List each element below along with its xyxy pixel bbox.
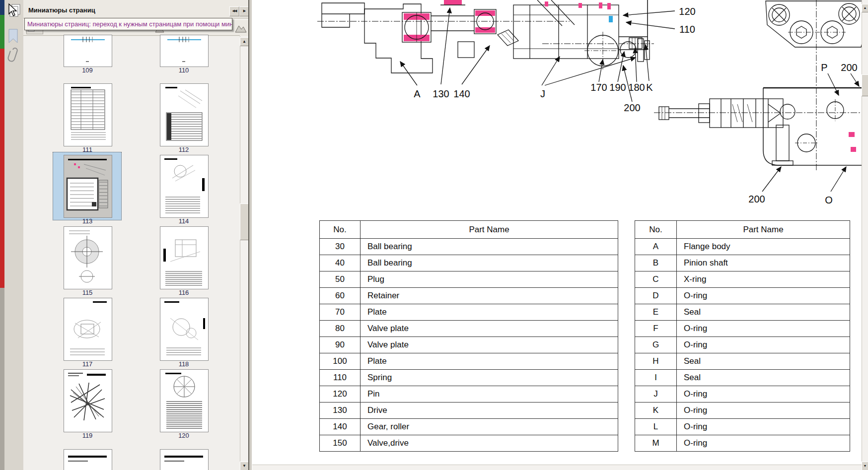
thumbnail-page-116[interactable]: [160, 226, 209, 289]
horizontal-scrollbar[interactable]: [252, 465, 862, 470]
bookmarks-icon[interactable]: [7, 29, 22, 44]
thumbnail-page-number: 111: [64, 146, 111, 153]
label-190: 190: [609, 82, 626, 93]
part-name: Plate: [361, 353, 618, 370]
parts-table-left: No.Part Name30Ball bearing40Ball bearing…: [319, 220, 618, 452]
part-no: 90: [320, 337, 361, 353]
thumbnail-page-109[interactable]: [64, 35, 112, 67]
panel-scrollbar[interactable]: [240, 36, 249, 470]
thumbnail-page-number: 119: [64, 432, 111, 439]
part-no: 50: [320, 271, 361, 288]
table-row: 80Valve plate: [320, 321, 618, 337]
thumbnail-page-partial[interactable]: [64, 449, 112, 470]
label-200-bottom: 200: [748, 194, 765, 204]
thumbnail-page-113[interactable]: [64, 155, 112, 218]
part-no: B: [635, 255, 677, 271]
label-A: A: [414, 88, 421, 99]
part-name: O-ring: [677, 386, 850, 403]
expand-panel-button[interactable]: ▶: [239, 6, 249, 16]
strip-navy-segment: [0, 0, 4, 15]
part-name: Retainer: [361, 288, 618, 304]
thumbnail-page-119[interactable]: [64, 369, 112, 432]
thumbnail-page-number: 109: [64, 67, 111, 74]
table-row: JO-ring: [635, 386, 850, 403]
label-140: 140: [453, 88, 470, 99]
parts-table-right: No.Part NameAFlange bodyBPinion shaftCX-…: [635, 220, 850, 452]
part-name: Seal: [677, 370, 850, 386]
thumbnail-page-partial[interactable]: [160, 449, 209, 470]
strip-red-segment: [0, 49, 4, 288]
table-row: 150Valve,drive: [320, 435, 618, 452]
label-200-valve: 200: [841, 62, 857, 73]
thumbnail-page-112[interactable]: [160, 83, 209, 146]
thumbnail-page-117[interactable]: [64, 298, 112, 361]
thumbnail-page-number: 116: [160, 289, 208, 296]
part-name: O-ring: [677, 288, 850, 304]
navigation-icon-bar: [4, 0, 24, 470]
column-header-no: No.: [320, 221, 361, 239]
part-no: 110: [320, 370, 361, 386]
thumbnail-page-111[interactable]: [64, 83, 112, 146]
thumbnail-page-115[interactable]: [64, 226, 112, 289]
part-no: M: [635, 435, 677, 452]
diagram-labels: 120 110 A 130 140 J 170 190 180 K 200 P …: [414, 6, 868, 205]
table-row: 50Plug: [320, 271, 618, 288]
doc-scrollbar-thumb[interactable]: [862, 74, 868, 96]
part-name: O-ring: [677, 337, 850, 353]
thumbnail-page-114[interactable]: [160, 155, 209, 218]
desktop-edge-strip: [0, 0, 4, 470]
part-no: H: [635, 353, 677, 370]
column-header-part-name: Part Name: [361, 221, 618, 239]
table-row: 110Spring: [320, 370, 618, 386]
attachments-paperclip-icon[interactable]: [7, 48, 22, 63]
table-row: LO-ring: [635, 419, 850, 435]
part-no: G: [635, 337, 677, 353]
table-row: ISeal: [635, 370, 850, 386]
part-no: C: [635, 271, 677, 288]
part-no: I: [635, 370, 677, 386]
part-no: F: [635, 321, 677, 337]
thumbnail-page-number: 115: [64, 289, 111, 296]
part-no: E: [635, 304, 677, 321]
part-name: Ball bearing: [361, 255, 618, 271]
panel-scroll-up-button[interactable]: ▲: [240, 37, 249, 46]
table-row: AFlange body: [635, 239, 850, 255]
thumbnail-page-number: 113: [64, 217, 111, 225]
thumbnail-page-110[interactable]: [160, 35, 209, 67]
table-row: 90Valve plate: [320, 337, 618, 353]
table-row: ESeal: [635, 304, 850, 321]
part-name: O-ring: [677, 321, 850, 337]
table-row: 120Pin: [320, 386, 618, 403]
part-no: 30: [320, 239, 361, 255]
part-no: 100: [320, 353, 361, 370]
thumbnail-page-118[interactable]: [160, 298, 209, 361]
doc-scroll-up-button[interactable]: ▲: [862, 4, 868, 12]
table-row: 60Retainer: [320, 288, 618, 304]
doc-scroll-down-button[interactable]: ▼: [862, 462, 868, 470]
part-name: Spring: [361, 370, 618, 386]
table-row: 100Plate: [320, 353, 618, 370]
table-row: FO-ring: [635, 321, 850, 337]
part-no: J: [635, 386, 677, 403]
enlarge-thumbnails-icon[interactable]: [235, 24, 247, 35]
label-180: 180: [628, 82, 645, 93]
part-name: Gear, roller: [361, 419, 618, 435]
table-row: 140Gear, roller: [320, 419, 618, 435]
thumbnail-page-number: 112: [160, 146, 208, 153]
label-170: 170: [590, 82, 607, 93]
part-name: O-ring: [677, 419, 850, 435]
collapse-panel-button[interactable]: ◀◀: [229, 6, 239, 16]
panel-scrollbar-thumb[interactable]: [240, 203, 249, 240]
page-thumbnails-icon[interactable]: [7, 3, 22, 18]
table-row: HSeal: [635, 353, 850, 370]
table-row: MO-ring: [635, 435, 850, 452]
part-no: 60: [320, 288, 361, 304]
part-name: Seal: [677, 353, 850, 370]
part-name: Seal: [677, 304, 850, 321]
table-row: DO-ring: [635, 288, 850, 304]
part-name: Pinion shaft: [677, 255, 850, 271]
label-200-top: 200: [624, 102, 640, 113]
thumbnail-page-120[interactable]: [160, 369, 209, 432]
vertical-scrollbar[interactable]: [862, 0, 868, 470]
panel-scroll-down-button[interactable]: ▼: [240, 462, 249, 470]
